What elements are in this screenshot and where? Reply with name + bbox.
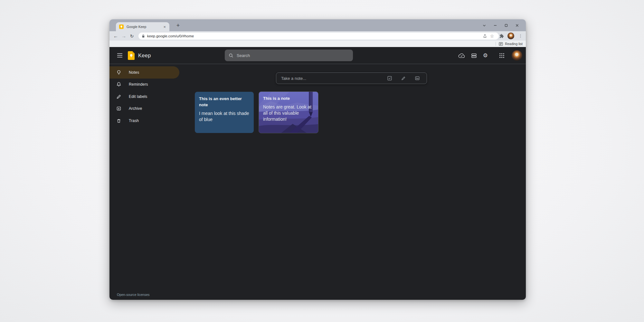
sidebar-item-label: Trash: [129, 118, 139, 123]
sidebar-item-archive[interactable]: Archive: [109, 103, 179, 115]
app-title: Keep: [138, 52, 151, 59]
forward-button[interactable]: →: [120, 32, 128, 40]
keep-search-bar[interactable]: [225, 50, 353, 61]
take-a-note-composer[interactable]: Take a note...: [276, 72, 427, 84]
bookmarks-divider: [496, 42, 496, 46]
reload-button[interactable]: ↻: [128, 32, 136, 40]
sidebar-item-edit-labels[interactable]: Edit labels: [109, 90, 179, 103]
note-body: Notes are great. Look at all of this val…: [263, 104, 314, 122]
sidebar-item-label: Edit labels: [129, 94, 147, 99]
tab-close-icon[interactable]: ×: [163, 25, 166, 29]
bookmark-star-icon[interactable]: ☆: [488, 33, 496, 39]
lock-icon: [142, 34, 145, 38]
account-avatar[interactable]: [512, 50, 522, 61]
bell-icon: [116, 81, 122, 87]
keep-header-actions: ⚙: [458, 47, 522, 64]
new-drawing-icon[interactable]: [401, 76, 406, 81]
maximize-icon[interactable]: [501, 19, 512, 31]
browser-menu-dots-icon[interactable]: ⋮: [518, 33, 523, 38]
note-body: I mean look at this shade of blue: [199, 110, 250, 123]
tab-google-keep[interactable]: Google Keep ×: [116, 22, 169, 31]
search-input[interactable]: [237, 53, 349, 58]
close-window-icon[interactable]: [512, 19, 523, 31]
tab-title: Google Keep: [127, 25, 163, 29]
settings-gear-icon[interactable]: ⚙: [483, 52, 488, 59]
keep-favicon-icon: [119, 24, 124, 29]
toolbar-right-icons: ⋮: [499, 31, 523, 41]
sidebar-item-trash[interactable]: Trash: [109, 115, 179, 127]
note-card-purple-artwork[interactable]: This is a note Notes are great. Look at …: [259, 91, 318, 133]
browser-toolbar: ← → ↻ keep.google.com/u/0/#home ☆ ⋮: [109, 31, 526, 41]
google-apps-grid-icon[interactable]: [499, 53, 505, 58]
window-controls: [479, 19, 523, 31]
browser-menu-chevron-icon[interactable]: [479, 19, 490, 31]
browser-profile-avatar[interactable]: [507, 33, 514, 39]
new-checkbox-list-icon[interactable]: [387, 76, 392, 81]
sidebar-item-label: Archive: [129, 106, 142, 111]
minimize-icon[interactable]: [490, 19, 501, 31]
lightbulb-icon: [116, 70, 122, 75]
browser-window: Google Keep × + ← → ↻: [109, 19, 526, 300]
sidebar-item-label: Notes: [129, 70, 139, 75]
note-title: This is a note: [263, 96, 314, 102]
back-button[interactable]: ←: [112, 32, 120, 40]
reading-list-button[interactable]: Reading list: [505, 42, 523, 46]
note-content: This is a note Notes are great. Look at …: [259, 92, 318, 133]
tab-strip: Google Keep × +: [109, 19, 526, 31]
note-card-blue[interactable]: This is an even better note I mean look …: [195, 92, 254, 133]
main-menu-hamburger-icon[interactable]: [116, 51, 124, 60]
new-image-icon[interactable]: [415, 76, 420, 81]
reading-list-icon: [499, 42, 503, 46]
composer-actions: [387, 76, 420, 81]
bookmarks-bar: Reading list: [109, 41, 526, 47]
keep-appbar: Keep ⚙: [109, 47, 526, 64]
keep-app: Keep ⚙: [109, 47, 526, 300]
open-source-licenses-link[interactable]: Open-source licenses: [117, 293, 150, 297]
extensions-puzzle-icon[interactable]: [499, 34, 504, 38]
list-view-icon[interactable]: [471, 53, 477, 59]
url-text: keep.google.com/u/0/#home: [147, 34, 481, 38]
search-icon: [229, 53, 233, 58]
sidebar-item-label: Reminders: [129, 82, 148, 87]
trash-icon: [116, 118, 122, 124]
sidebar-item-reminders[interactable]: Reminders: [109, 79, 179, 91]
pencil-icon: [116, 94, 122, 99]
cloud-synced-icon[interactable]: [458, 53, 465, 58]
keep-logo-icon[interactable]: [128, 51, 135, 60]
archive-icon: [116, 106, 122, 111]
share-icon[interactable]: [481, 34, 488, 38]
new-tab-button[interactable]: +: [174, 21, 182, 30]
sidebar-item-notes[interactable]: Notes: [109, 66, 179, 79]
note-title: This is an even better note: [199, 96, 250, 108]
composer-placeholder: Take a note...: [281, 76, 387, 81]
address-bar[interactable]: keep.google.com/u/0/#home ☆: [138, 33, 499, 40]
sidebar: Notes Reminders Edit labels Archive: [109, 66, 200, 127]
